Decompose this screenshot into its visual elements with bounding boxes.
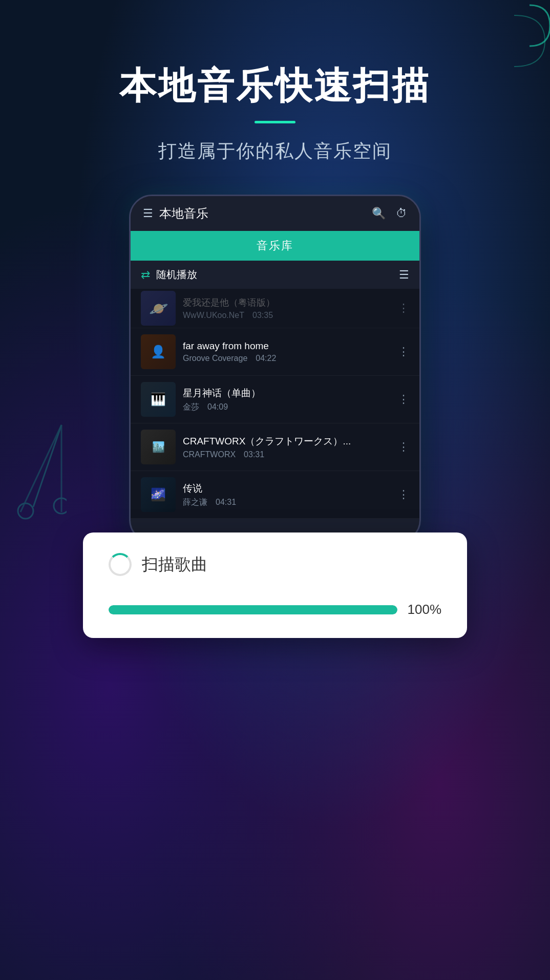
thumb-img-0: 🪐 [141,291,176,326]
progress-bar-bg [109,605,397,614]
menu-icon[interactable]: ☰ [143,207,153,220]
song-title-4: 传说 [183,482,391,495]
song-more-3[interactable]: ⋮ [398,441,409,453]
scan-header: 扫描歌曲 [109,553,441,576]
song-info-0: 爱我还是他（粤语版） WwW.UKoo.NeT 03:35 [183,296,391,320]
progress-bar-fill [109,605,397,614]
shuffle-text[interactable]: 随机播放 [156,268,197,282]
song-meta-3: CRAFTWORX 03:31 [183,450,391,459]
song-title-0: 爱我还是他（粤语版） [183,296,391,309]
song-artist-3: CRAFTWORX [183,450,236,459]
song-thumb-0: 🪐 [141,291,176,326]
song-thumb-4: 🌌 [141,477,176,512]
page-main-title: 本地音乐快速扫描 [119,61,431,111]
song-duration-4: 04:31 [216,498,236,507]
song-list: 🪐 爱我还是他（粤语版） WwW.UKoo.NeT 03:35 ⋮ 👤 fa [131,289,419,519]
song-item-4[interactable]: 🌌 传说 薛之谦 04:31 ⋮ [131,471,419,519]
song-title-1: far away from home [183,340,391,352]
thumb-img-2: 🎹 [141,382,176,417]
phone-header-left: ☰ 本地音乐 [143,205,208,222]
song-thumb-2: 🎹 [141,382,176,417]
song-meta-1: Groove Coverage 04:22 [183,354,391,363]
thumb-img-3: 🏙️ [141,430,176,464]
song-item-2[interactable]: 🎹 星月神话（单曲） 金莎 04:09 ⋮ [131,376,419,423]
song-meta-4: 薛之谦 04:31 [183,497,391,508]
song-item-partial[interactable]: 🪐 爱我还是他（粤语版） WwW.UKoo.NeT 03:35 ⋮ [131,289,419,328]
progress-percent: 100% [408,602,442,617]
song-title-2: 星月神话（单曲） [183,387,391,400]
song-artist-1: Groove Coverage [183,354,247,363]
title-divider [255,121,295,123]
song-info-3: CRAFTWORX（クラフトワークス）... CRAFTWORX 03:31 [183,435,391,459]
song-duration-0: 03:35 [252,311,273,320]
song-title-3: CRAFTWORX（クラフトワークス）... [183,435,391,448]
song-artist-0: WwW.UKoo.NeT [183,311,244,320]
thumb-img-1: 👤 [141,334,176,369]
song-more-2[interactable]: ⋮ [398,394,409,405]
song-thumb-1: 👤 [141,334,176,369]
song-meta-0: WwW.UKoo.NeT 03:35 [183,311,391,320]
sort-icon[interactable]: ☰ [399,268,409,282]
thumb-img-4: 🌌 [141,477,176,512]
scan-dialog: 扫描歌曲 100% [83,532,467,638]
song-duration-3: 03:31 [244,450,264,459]
song-thumb-3: 🏙️ [141,430,176,464]
song-duration-1: 04:22 [256,354,276,363]
page-content: 本地音乐快速扫描 打造属于你的私人音乐空间 ☰ 本地音乐 🔍 ⏱ 音乐库 ⇄ 随… [0,0,550,980]
song-info-2: 星月神话（单曲） 金莎 04:09 [183,387,391,413]
song-more-1[interactable]: ⋮ [398,346,409,357]
shuffle-left: ⇄ 随机播放 [141,268,197,282]
phone-mockup: ☰ 本地音乐 🔍 ⏱ 音乐库 ⇄ 随机播放 ☰ 🪐 [129,195,421,543]
song-info-4: 传说 薛之谦 04:31 [183,482,391,508]
phone-title: 本地音乐 [159,205,208,222]
page-sub-title: 打造属于你的私人音乐空间 [158,139,392,164]
song-item-1[interactable]: 👤 far away from home Groove Coverage 04:… [131,328,419,376]
song-artist-2: 金莎 [183,402,199,413]
song-meta-2: 金莎 04:09 [183,402,391,413]
search-icon[interactable]: 🔍 [372,207,386,220]
progress-row: 100% [109,602,441,617]
music-library-tab[interactable]: 音乐库 [131,231,419,261]
phone-header-right: 🔍 ⏱ [372,207,407,220]
song-info-1: far away from home Groove Coverage 04:22 [183,340,391,363]
song-artist-4: 薛之谦 [183,497,207,508]
shuffle-icon[interactable]: ⇄ [141,268,150,282]
phone-header: ☰ 本地音乐 🔍 ⏱ [131,196,419,231]
song-more-4[interactable]: ⋮ [398,489,409,500]
song-item-3[interactable]: 🏙️ CRAFTWORX（クラフトワークス）... CRAFTWORX 03:3… [131,423,419,471]
timer-icon[interactable]: ⏱ [396,207,407,220]
song-more-0[interactable]: ⋮ [398,303,409,314]
scan-spinner [109,553,132,576]
scan-dialog-title: 扫描歌曲 [142,553,207,576]
song-duration-2: 04:09 [207,402,228,412]
shuffle-bar: ⇄ 随机播放 ☰ [131,261,419,289]
